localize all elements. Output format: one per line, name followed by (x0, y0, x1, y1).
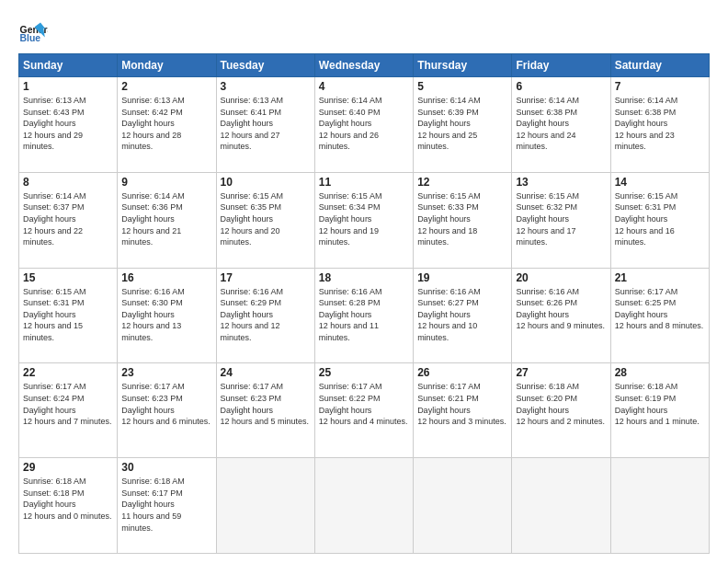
calendar-cell: 5 Sunrise: 6:14 AM Sunset: 6:39 PM Dayli… (414, 77, 512, 173)
day-number: 26 (417, 366, 507, 379)
calendar-cell (216, 458, 314, 554)
calendar-cell: 3 Sunrise: 6:13 AM Sunset: 6:41 PM Dayli… (216, 77, 314, 173)
day-number: 23 (121, 366, 211, 379)
day-detail: Sunrise: 6:13 AM Sunset: 6:42 PM Dayligh… (121, 95, 211, 153)
day-number: 25 (319, 366, 409, 379)
day-number: 8 (23, 176, 113, 189)
day-number: 20 (516, 271, 606, 284)
calendar-cell (610, 458, 709, 554)
day-number: 4 (319, 80, 409, 93)
calendar-cell: 1 Sunrise: 6:13 AM Sunset: 6:43 PM Dayli… (19, 77, 118, 173)
day-detail: Sunrise: 6:16 AM Sunset: 6:29 PM Dayligh… (221, 286, 311, 344)
day-detail: Sunrise: 6:14 AM Sunset: 6:40 PM Dayligh… (319, 95, 409, 153)
calendar-cell: 16 Sunrise: 6:16 AM Sunset: 6:30 PM Dayl… (118, 268, 216, 363)
day-detail: Sunrise: 6:18 AM Sunset: 6:20 PM Dayligh… (516, 381, 606, 427)
day-detail: Sunrise: 6:14 AM Sunset: 6:36 PM Dayligh… (121, 190, 211, 248)
calendar-cell: 25 Sunrise: 6:17 AM Sunset: 6:22 PM Dayl… (314, 363, 413, 458)
day-number: 19 (417, 271, 507, 284)
day-number: 27 (516, 366, 606, 379)
day-detail: Sunrise: 6:15 AM Sunset: 6:33 PM Dayligh… (417, 190, 507, 248)
calendar-cell: 29 Sunrise: 6:18 AM Sunset: 6:18 PM Dayl… (19, 458, 118, 554)
calendar-cell: 7 Sunrise: 6:14 AM Sunset: 6:38 PM Dayli… (610, 77, 709, 173)
calendar-cell: 11 Sunrise: 6:15 AM Sunset: 6:34 PM Dayl… (314, 172, 413, 268)
calendar-cell: 2 Sunrise: 6:13 AM Sunset: 6:42 PM Dayli… (118, 77, 216, 173)
svg-text:Blue: Blue (20, 33, 41, 43)
calendar-cell: 12 Sunrise: 6:15 AM Sunset: 6:33 PM Dayl… (414, 172, 512, 268)
day-number: 14 (615, 176, 705, 189)
day-number: 3 (221, 80, 311, 93)
day-number: 5 (417, 80, 507, 93)
calendar-week-4: 22 Sunrise: 6:17 AM Sunset: 6:24 PM Dayl… (19, 363, 710, 458)
day-detail: Sunrise: 6:16 AM Sunset: 6:30 PM Dayligh… (121, 286, 211, 344)
day-detail: Sunrise: 6:18 AM Sunset: 6:19 PM Dayligh… (615, 381, 705, 427)
day-detail: Sunrise: 6:17 AM Sunset: 6:24 PM Dayligh… (23, 381, 113, 427)
day-number: 28 (615, 366, 705, 379)
calendar-week-3: 15 Sunrise: 6:15 AM Sunset: 6:31 PM Dayl… (19, 268, 710, 363)
day-detail: Sunrise: 6:15 AM Sunset: 6:35 PM Dayligh… (221, 190, 311, 248)
day-detail: Sunrise: 6:17 AM Sunset: 6:22 PM Dayligh… (319, 381, 409, 427)
calendar-cell: 19 Sunrise: 6:16 AM Sunset: 6:27 PM Dayl… (414, 268, 512, 363)
day-number: 12 (417, 176, 507, 189)
calendar-header-thursday: Thursday (414, 54, 512, 77)
header: General Blue (18, 17, 710, 46)
calendar-cell: 28 Sunrise: 6:18 AM Sunset: 6:19 PM Dayl… (610, 363, 709, 458)
day-detail: Sunrise: 6:17 AM Sunset: 6:23 PM Dayligh… (121, 381, 211, 427)
calendar-cell: 23 Sunrise: 6:17 AM Sunset: 6:23 PM Dayl… (118, 363, 216, 458)
calendar-cell: 6 Sunrise: 6:14 AM Sunset: 6:38 PM Dayli… (512, 77, 610, 173)
calendar-header-wednesday: Wednesday (314, 54, 413, 77)
day-detail: Sunrise: 6:14 AM Sunset: 6:39 PM Dayligh… (417, 95, 507, 153)
calendar-header-tuesday: Tuesday (216, 54, 314, 77)
calendar-cell: 27 Sunrise: 6:18 AM Sunset: 6:20 PM Dayl… (512, 363, 610, 458)
day-detail: Sunrise: 6:17 AM Sunset: 6:21 PM Dayligh… (417, 381, 507, 427)
calendar-cell: 30 Sunrise: 6:18 AM Sunset: 6:17 PM Dayl… (118, 458, 216, 554)
day-number: 22 (23, 366, 113, 379)
day-detail: Sunrise: 6:13 AM Sunset: 6:43 PM Dayligh… (23, 95, 113, 153)
day-number: 9 (121, 176, 211, 189)
calendar-cell: 24 Sunrise: 6:17 AM Sunset: 6:23 PM Dayl… (216, 363, 314, 458)
calendar-cell (414, 458, 512, 554)
day-detail: Sunrise: 6:15 AM Sunset: 6:34 PM Dayligh… (319, 190, 409, 248)
calendar-cell (314, 458, 413, 554)
calendar-cell (512, 458, 610, 554)
calendar-cell: 18 Sunrise: 6:16 AM Sunset: 6:28 PM Dayl… (314, 268, 413, 363)
calendar-header-sunday: Sunday (19, 54, 118, 77)
logo-icon: General Blue (18, 17, 48, 46)
day-detail: Sunrise: 6:14 AM Sunset: 6:37 PM Dayligh… (23, 190, 113, 248)
calendar-cell: 9 Sunrise: 6:14 AM Sunset: 6:36 PM Dayli… (118, 172, 216, 268)
calendar-cell: 26 Sunrise: 6:17 AM Sunset: 6:21 PM Dayl… (414, 363, 512, 458)
calendar-week-1: 1 Sunrise: 6:13 AM Sunset: 6:43 PM Dayli… (19, 77, 710, 173)
day-number: 13 (516, 176, 606, 189)
day-detail: Sunrise: 6:16 AM Sunset: 6:27 PM Dayligh… (417, 286, 507, 344)
day-number: 2 (121, 80, 211, 93)
day-detail: Sunrise: 6:17 AM Sunset: 6:25 PM Dayligh… (615, 286, 705, 332)
calendar-header-friday: Friday (512, 54, 610, 77)
day-number: 1 (23, 80, 113, 93)
day-detail: Sunrise: 6:15 AM Sunset: 6:31 PM Dayligh… (23, 286, 113, 344)
day-number: 21 (615, 271, 705, 284)
day-number: 6 (516, 80, 606, 93)
day-number: 24 (221, 366, 311, 379)
calendar-week-2: 8 Sunrise: 6:14 AM Sunset: 6:37 PM Dayli… (19, 172, 710, 268)
calendar-header-saturday: Saturday (610, 54, 709, 77)
calendar-cell: 22 Sunrise: 6:17 AM Sunset: 6:24 PM Dayl… (19, 363, 118, 458)
day-detail: Sunrise: 6:14 AM Sunset: 6:38 PM Dayligh… (516, 95, 606, 153)
day-number: 7 (615, 80, 705, 93)
day-detail: Sunrise: 6:15 AM Sunset: 6:31 PM Dayligh… (615, 190, 705, 248)
calendar-cell: 15 Sunrise: 6:15 AM Sunset: 6:31 PM Dayl… (19, 268, 118, 363)
calendar-header-row: SundayMondayTuesdayWednesdayThursdayFrid… (19, 54, 710, 77)
day-number: 10 (221, 176, 311, 189)
calendar-cell: 4 Sunrise: 6:14 AM Sunset: 6:40 PM Dayli… (314, 77, 413, 173)
day-number: 18 (319, 271, 409, 284)
day-number: 11 (319, 176, 409, 189)
day-detail: Sunrise: 6:17 AM Sunset: 6:23 PM Dayligh… (221, 381, 311, 427)
day-detail: Sunrise: 6:18 AM Sunset: 6:18 PM Dayligh… (23, 476, 113, 522)
calendar-table: SundayMondayTuesdayWednesdayThursdayFrid… (18, 53, 710, 554)
day-number: 17 (221, 271, 311, 284)
day-number: 29 (23, 461, 113, 474)
calendar-header-monday: Monday (118, 54, 216, 77)
day-number: 30 (121, 461, 211, 474)
calendar-cell: 21 Sunrise: 6:17 AM Sunset: 6:25 PM Dayl… (610, 268, 709, 363)
calendar-cell: 13 Sunrise: 6:15 AM Sunset: 6:32 PM Dayl… (512, 172, 610, 268)
calendar-week-5: 29 Sunrise: 6:18 AM Sunset: 6:18 PM Dayl… (19, 458, 710, 554)
day-detail: Sunrise: 6:16 AM Sunset: 6:26 PM Dayligh… (516, 286, 606, 332)
